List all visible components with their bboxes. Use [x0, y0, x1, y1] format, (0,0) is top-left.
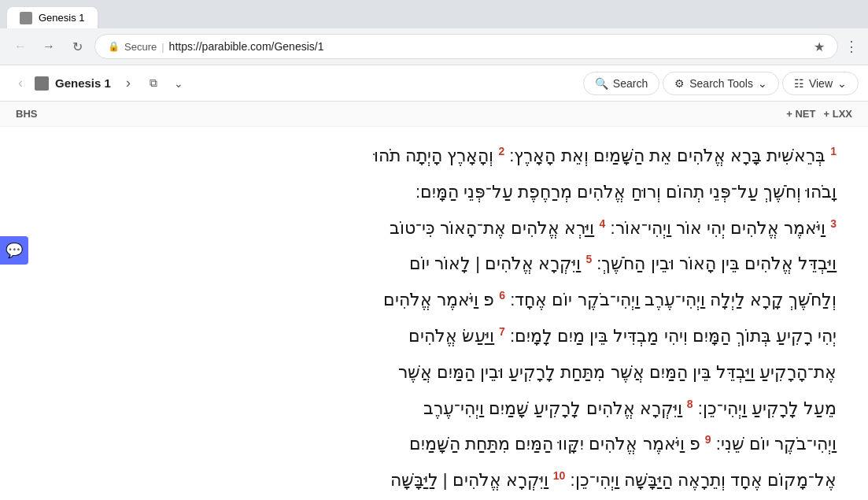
refresh-button[interactable]: ↻: [66, 35, 88, 57]
version-header: BHS + NET + LXX: [0, 102, 868, 127]
toolbar-window-icon[interactable]: ⧉: [142, 72, 164, 94]
back-button[interactable]: ←: [9, 35, 31, 57]
verse-line: 3 וַיֹּאמֶר אֱלֹהִים יְהִי אוֹר וַיְהִי־…: [31, 212, 837, 245]
verse-line: יְהִי רָקִיעַ בְּתוֹךְ הַמָּיִם וִיהִי מ…: [31, 320, 837, 353]
browser-menu-icon[interactable]: ⋮: [844, 38, 859, 55]
omnibar: ← → ↻ 🔒 Secure | https://parabible.com/G…: [0, 28, 868, 65]
version-label: BHS: [16, 108, 37, 120]
add-lxx-button[interactable]: + LXX: [824, 108, 853, 120]
search-magnifier-icon: 🔍: [595, 77, 608, 90]
content-area: BHS + NET + LXX 1 בְּרֵאשִׁית בָּרָא אֱל…: [0, 102, 868, 500]
url-text: https://parabible.com/Genesis/1: [169, 40, 809, 53]
verse-number: 3: [830, 217, 837, 229]
main-content: BHS + NET + LXX 1 בְּרֵאשִׁית בָּרָא אֱל…: [0, 102, 868, 500]
feedback-icon: 💬: [6, 242, 23, 259]
forward-button[interactable]: →: [38, 35, 60, 57]
verse-number: 4: [600, 217, 606, 229]
toolbar-chevron-button[interactable]: ⌄: [168, 72, 190, 94]
address-bar[interactable]: 🔒 Secure | https://parabible.com/Genesis…: [94, 34, 838, 59]
separator: |: [161, 41, 164, 53]
verse-number: 5: [585, 253, 592, 265]
tab-bar: Genesis 1: [0, 0, 868, 28]
gear-icon: ⚙: [674, 77, 685, 90]
view-label: View: [809, 77, 833, 90]
view-chevron-icon: ⌄: [837, 77, 847, 90]
hebrew-text-area: 1 בְּרֵאשִׁית בָּרָא אֱלֹהִים אֵת הַשָּׁ…: [0, 127, 868, 500]
verse-line: אֶת־הָרָקִיעַ וַיַּבְדֵּל בֵּין הַמַּיִם…: [31, 356, 837, 389]
toolbar-favicon: [35, 76, 49, 91]
verse-line: 1 בְּרֵאשִׁית בָּרָא אֱלֹהִים אֵת הַשָּׁ…: [31, 139, 837, 172]
verse-line: וַיַּבְדֵּל אֱלֹהִים בֵּין הָאוֹר וּבֵין…: [31, 247, 837, 280]
view-grid-icon: ☷: [794, 77, 804, 90]
verse-number: 6: [499, 289, 505, 302]
toolbar-forward-button[interactable]: ›: [117, 72, 139, 94]
page-toolbar: ‹ Genesis 1 › ⧉ ⌄ 🔍 Search ⚙ Search Tool…: [0, 65, 868, 102]
active-tab[interactable]: Genesis 1: [6, 6, 98, 28]
search-tools-label: Search Tools: [689, 77, 753, 90]
view-button[interactable]: ☷ View ⌄: [782, 72, 859, 95]
secure-label: Secure: [124, 41, 157, 53]
add-net-button[interactable]: + NET: [786, 108, 815, 120]
verse-number: 9: [705, 433, 711, 446]
browser-chrome: Genesis 1 ← → ↻ 🔒 Secure | https://parab…: [0, 0, 868, 65]
verse-number: 2: [498, 145, 504, 157]
verse-line: וְלַחֹשֶׁךְ קָרָא לַיְלָה וַיְהִי־עֶרֶב …: [31, 283, 837, 317]
secure-lock-icon: 🔒: [108, 41, 120, 52]
verse-number: 10: [553, 469, 566, 482]
verse-number: 8: [687, 397, 693, 409]
search-tools-button[interactable]: ⚙ Search Tools ⌄: [663, 72, 779, 95]
bookmark-star-icon[interactable]: ★: [814, 39, 825, 54]
search-label: Search: [613, 77, 648, 90]
toolbar-back-button[interactable]: ‹: [9, 72, 31, 94]
verse-line: וָבֹהוּ וְחֹשֶׁךְ עַל־פְּנֵי תְהוֹם וְרו…: [31, 176, 837, 209]
verse-number: 7: [499, 325, 505, 338]
add-versions: + NET + LXX: [786, 108, 852, 120]
search-button[interactable]: 🔍 Search: [583, 72, 659, 95]
bible-container[interactable]: BHS + NET + LXX 1 בְּרֵאשִׁית בָּרָא אֱל…: [0, 102, 868, 500]
tab-title: Genesis 1: [39, 12, 85, 24]
search-tools-chevron-icon: ⌄: [758, 77, 767, 90]
tab-favicon: [20, 12, 32, 24]
verse-line: מֵעַל לָרָקִיעַ וַיְהִי־כֵן: 8 וַיִּקְרָ…: [31, 392, 837, 425]
verse-number: 1: [830, 145, 837, 157]
feedback-widget[interactable]: 💬: [0, 236, 28, 265]
toolbar-right: 🔍 Search ⚙ Search Tools ⌄ ☷ View ⌄: [583, 72, 859, 95]
toolbar-title: Genesis 1: [52, 76, 114, 90]
verse-line: וַיְהִי־בֹקֶר יוֹם שֵׁנִי: 9 פ וַיֹּאמֶר…: [31, 428, 837, 461]
verse-line: אֶל־מָקוֹם אֶחָד וְתֵרָאֶה הַיַּבָּשָׁה …: [31, 464, 837, 497]
